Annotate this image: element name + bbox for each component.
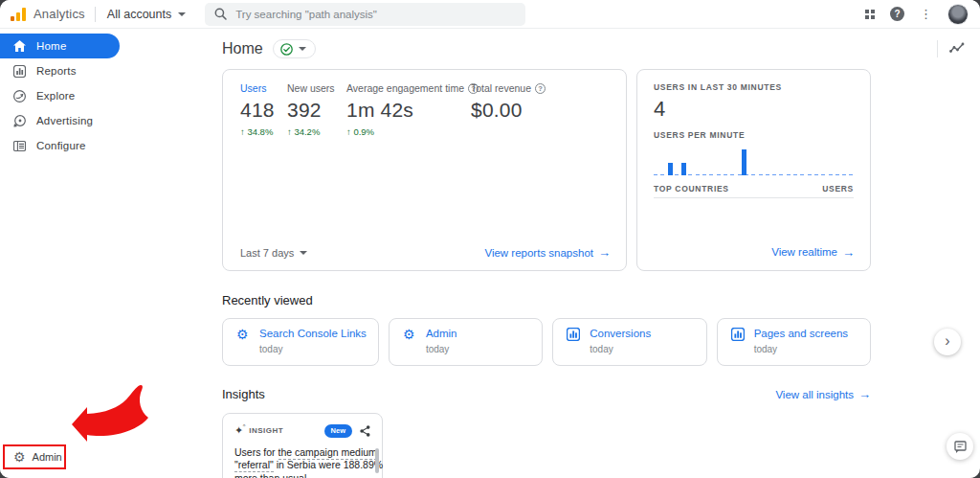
insight-card[interactable]: ✦ INSIGHT New Users for the campaign med… [222, 413, 383, 478]
account-selector-label: All accounts [107, 8, 171, 21]
sidebar-item-explore[interactable]: Explore [0, 83, 178, 108]
realtime-title: USERS IN LAST 30 MINUTES [654, 82, 854, 92]
scrollbar[interactable] [375, 448, 379, 473]
recent-card-conversions[interactable]: Conversions today [552, 318, 706, 366]
ga-home-page: Analytics All accounts Try searching "pa… [0, 0, 980, 478]
realtime-users-value: 4 [654, 97, 854, 122]
chevron-down-icon [299, 47, 306, 51]
sidebar-item-admin[interactable]: ⚙ Admin [3, 444, 66, 469]
user-avatar[interactable] [947, 4, 969, 25]
minute-bar [667, 147, 674, 175]
topbar: Analytics All accounts Try searching "pa… [0, 0, 980, 29]
search-input[interactable]: Try searching "path analysis" [205, 3, 525, 26]
sidebar-item-label: Explore [36, 90, 75, 102]
sidebar-item-reports[interactable]: Reports [0, 58, 178, 83]
users-per-minute-chart [654, 147, 854, 175]
view-reports-snapshot-link[interactable]: View reports snapshot → [484, 245, 611, 260]
minute-bar [694, 147, 701, 175]
scroll-right-button[interactable]: › [934, 329, 961, 355]
sidebar-item-label: Reports [36, 65, 77, 77]
minute-bar [721, 147, 727, 175]
recent-card-subtitle: today [754, 344, 848, 354]
feedback-bubble-icon [954, 441, 967, 453]
recent-card-subtitle: today [426, 344, 457, 354]
report-chart-icon [731, 328, 746, 342]
recent-card-title: Pages and screens [754, 328, 848, 339]
minute-bar [674, 147, 680, 175]
data-status-chip[interactable] [273, 39, 316, 58]
users-per-minute-label: USERS PER MINUTE [654, 130, 854, 140]
home-icon [12, 39, 26, 53]
minute-bar [701, 147, 707, 175]
sidebar-item-label: Home [36, 40, 66, 52]
topbar-actions: ? ⋮ [865, 4, 969, 25]
analytics-logo-icon[interactable] [11, 8, 26, 21]
chevron-down-icon [178, 12, 186, 16]
date-range-label: Last 7 days [240, 247, 294, 259]
view-realtime-link[interactable]: View realtime → [771, 245, 855, 260]
minute-bar [773, 147, 780, 175]
new-badge: New [324, 424, 352, 438]
recent-card-subtitle: today [259, 344, 367, 354]
minute-bar [687, 147, 694, 175]
sidebar-item-home[interactable]: Home [0, 34, 120, 58]
product-name: Analytics [33, 7, 85, 21]
help-icon[interactable]: ? [890, 7, 904, 21]
recent-card-title: Search Console Links [259, 328, 367, 339]
insight-text: Users for the campaign medium "referral"… [234, 446, 370, 478]
minute-bar [727, 147, 734, 175]
minute-bar [807, 147, 813, 175]
search-placeholder: Try searching "path analysis" [235, 9, 377, 20]
section-title: Insights [222, 387, 265, 401]
sidebar-item-label: Advertising [36, 115, 93, 126]
recent-card-admin[interactable]: ⚙ Admin today [389, 318, 543, 366]
share-icon[interactable] [360, 425, 370, 437]
help-icon[interactable]: ? [535, 83, 546, 94]
page-header: Home [222, 29, 980, 69]
metric-delta: ↑ 34.8% [240, 126, 287, 137]
minute-bar [820, 147, 827, 175]
metric-label: New users [287, 82, 346, 94]
metric-avg-engagement-time[interactable]: Average engagement time? 1m 42s ↑ 0.9% [346, 82, 471, 137]
sidebar-item-label: Configure [36, 140, 86, 151]
date-range-selector[interactable]: Last 7 days [240, 247, 307, 259]
sidebar-item-advertising[interactable]: Advertising [0, 108, 178, 133]
metric-delta: ↑ 34.2% [287, 126, 346, 137]
metric-value: 1m 42s [346, 99, 471, 122]
recent-card-pages-and-screens[interactable]: Pages and screens today [717, 318, 871, 366]
account-selector[interactable]: All accounts [107, 8, 186, 21]
feedback-button[interactable] [947, 433, 973, 460]
view-all-insights-link[interactable]: View all insights → [775, 387, 871, 401]
minute-bar [734, 147, 741, 175]
section-title: Recently viewed [222, 293, 871, 307]
minute-bar [787, 147, 793, 175]
realtime-table-header: TOP COUNTRIES USERS [654, 175, 854, 198]
minute-bar [714, 147, 721, 175]
minute-bar [654, 147, 660, 175]
arrow-right-icon: → [598, 245, 611, 260]
search-icon [214, 8, 227, 20]
recent-card-search-console-links[interactable]: ⚙ Search Console Links today [222, 318, 379, 366]
recent-card-title: Conversions [590, 328, 651, 339]
metric-label: Average engagement time [346, 82, 464, 94]
kebab-menu-icon[interactable]: ⋮ [920, 8, 932, 20]
top-countries-header: TOP COUNTRIES [654, 184, 729, 193]
recent-card-subtitle: today [590, 344, 651, 354]
minute-bar [680, 147, 687, 175]
sidebar-item-configure[interactable]: Configure [0, 133, 178, 158]
apps-grid-icon[interactable] [865, 10, 875, 19]
minute-bar [707, 147, 714, 175]
arrow-right-icon: → [842, 245, 855, 260]
metric-new-users[interactable]: New users 392 ↑ 34.2% [287, 82, 346, 137]
customize-home-icon[interactable] [947, 39, 967, 59]
metric-total-revenue[interactable]: Total revenue? $0.00 [471, 82, 609, 137]
insight-sparkle-icon: ✦ [234, 425, 243, 436]
metric-users[interactable]: Users 418 ↑ 34.8% [240, 82, 287, 137]
metric-value: $0.00 [471, 99, 609, 122]
advertising-icon [12, 114, 26, 127]
sidebar-item-label: Admin [33, 451, 62, 463]
minute-bar [813, 147, 820, 175]
arrow-right-icon: → [858, 387, 871, 401]
gear-icon: ⚙ [403, 328, 417, 342]
gear-icon: ⚙ [236, 328, 251, 342]
